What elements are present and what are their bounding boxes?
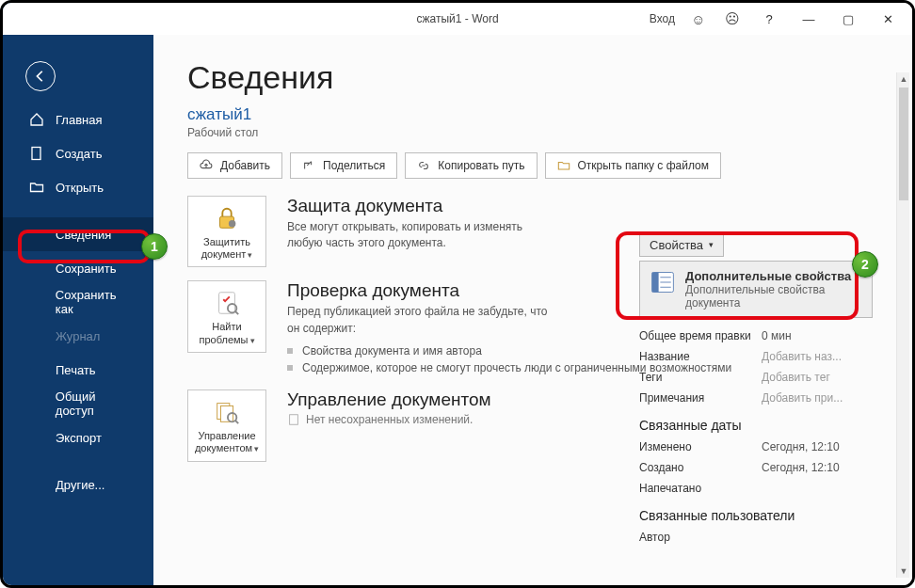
advanced-properties-sub: Дополнительные свойства документа — [685, 283, 862, 310]
close-button[interactable]: ✕ — [869, 5, 907, 33]
advanced-properties-item[interactable]: Дополнительные свойства Дополнительные с… — [639, 261, 873, 318]
backstage-sidebar: Главная Создать Открыть Сведения Сохрани… — [3, 3, 153, 585]
sidebar-item-history: Журнал — [3, 319, 153, 353]
chevron-down-icon: ▾ — [248, 250, 252, 260]
sidebar-item-label: Главная — [56, 113, 102, 127]
sidebar-item-label: Общий доступ — [56, 389, 136, 418]
button-label: Защитить документ — [201, 236, 250, 260]
annotation-badge-2: 2 — [852, 251, 878, 278]
svg-point-2 — [229, 220, 236, 228]
sidebar-item-home[interactable]: Главная — [3, 103, 153, 136]
prop-row[interactable]: ТегиДобавить тег — [639, 367, 873, 388]
maximize-button[interactable]: ▢ — [829, 5, 867, 33]
properties-panel: Свойства ▾ Дополнительные свойства Допол… — [639, 232, 873, 548]
new-icon — [29, 146, 44, 161]
sidebar-item-label: Журнал — [56, 329, 100, 343]
button-label: Открыть папку с файлом — [578, 159, 710, 172]
document-location: Рабочий стол — [187, 126, 912, 139]
sidebar-item-info[interactable]: Сведения — [3, 217, 153, 251]
scroll-thumb[interactable] — [899, 87, 908, 200]
chevron-down-icon: ▾ — [254, 444, 259, 453]
sidebar-item-label: Открыть — [56, 181, 104, 195]
open-folder-button[interactable]: Открыть папку с файлом — [545, 152, 722, 179]
sidebar-item-print[interactable]: Печать — [3, 353, 153, 387]
sidebar-item-label: Сохранить — [56, 262, 117, 276]
manage-document-button[interactable]: Управление документом▾ — [187, 389, 266, 461]
home-icon — [29, 112, 44, 127]
back-button[interactable] — [25, 61, 56, 91]
link-icon — [417, 159, 430, 172]
prop-row: Автор — [639, 527, 873, 548]
sidebar-item-save[interactable]: Сохранить — [3, 251, 153, 285]
scroll-up-icon[interactable]: ▲ — [897, 72, 910, 86]
sidebar-item-share[interactable]: Общий доступ — [3, 387, 153, 421]
inspect-icon — [213, 289, 241, 317]
prop-row: ИзмененоСегодня, 12:10 — [639, 437, 873, 457]
document-manage-icon — [213, 398, 241, 426]
sidebar-item-label: Другие... — [56, 478, 104, 492]
sidebar-item-label: Сохранить как — [56, 288, 136, 316]
sidebar-item-label: Экспорт — [56, 431, 102, 445]
button-label: Управление документом — [195, 430, 256, 453]
bullet-icon — [287, 348, 293, 354]
svg-rect-3 — [219, 293, 235, 314]
prop-row: СозданоСегодня, 12:10 — [639, 457, 873, 478]
button-label: Найти проблемы — [199, 321, 248, 344]
upload-button[interactable]: Добавить — [187, 152, 282, 179]
chevron-down-icon: ▾ — [709, 240, 714, 249]
smile-icon[interactable]: ☺ — [682, 5, 714, 33]
manage-title: Управление документом — [287, 389, 491, 410]
frown-icon[interactable]: ☹ — [716, 5, 748, 33]
chevron-down-icon: ▾ — [250, 336, 255, 345]
advanced-properties-title: Дополнительные свойства — [685, 269, 862, 283]
properties-list-icon — [650, 269, 676, 295]
scroll-down-icon[interactable]: ▼ — [897, 564, 910, 578]
share-button[interactable]: Поделиться — [290, 152, 397, 179]
svg-rect-0 — [32, 148, 40, 160]
sidebar-item-new[interactable]: Создать — [3, 136, 153, 170]
lock-icon — [213, 204, 241, 232]
sidebar-item-more[interactable]: Другие... — [3, 468, 153, 501]
sidebar-item-label: Печать — [56, 363, 96, 377]
copy-path-button[interactable]: Копировать путь — [405, 152, 537, 179]
related-dates-heading: Связанные даты — [639, 418, 873, 433]
document-name: сжатый1 — [187, 105, 912, 124]
main-panel: Сведения сжатый1 Рабочий стол Добавить П… — [153, 35, 912, 585]
window-title: сжатый1 - Word — [416, 12, 498, 25]
inspect-body: Перед публикацией этого файла не забудьт… — [287, 304, 560, 337]
properties-button[interactable]: Свойства ▾ — [639, 232, 724, 257]
prop-row[interactable]: ПримечанияДобавить при... — [639, 388, 873, 408]
bullet-text: Свойства документа и имя автора — [302, 342, 482, 359]
sidebar-item-open[interactable]: Открыть — [3, 170, 153, 204]
titlebar: сжатый1 - Word Вход ☺ ☹ ? — ▢ ✕ — [3, 3, 912, 35]
bullet-icon — [287, 365, 293, 371]
svg-rect-10 — [652, 273, 659, 293]
protect-title: Защита документа — [287, 196, 560, 216]
prop-row[interactable]: НазваниеДобавить наз... — [639, 346, 873, 367]
sidebar-item-label: Сведения — [56, 228, 111, 242]
svg-rect-8 — [290, 415, 298, 425]
button-label: Добавить — [220, 159, 270, 172]
folder-icon — [557, 159, 570, 172]
minimize-button[interactable]: — — [790, 5, 827, 33]
page-title: Сведения — [187, 59, 912, 96]
button-label: Свойства — [650, 238, 703, 252]
info-toolbar: Добавить Поделиться Копировать путь Откр… — [187, 152, 912, 179]
folder-open-icon — [29, 180, 44, 195]
button-label: Поделиться — [323, 159, 385, 172]
prop-row: Общее время правки0 мин — [639, 326, 873, 346]
vertical-scrollbar[interactable]: ▲ ▼ — [896, 72, 909, 578]
sidebar-item-label: Создать — [56, 147, 102, 161]
check-issues-button[interactable]: Найти проблемы▾ — [187, 280, 266, 352]
share-icon — [302, 159, 315, 172]
protect-document-button[interactable]: Защитить документ▾ — [187, 196, 266, 267]
sidebar-item-export[interactable]: Экспорт — [3, 421, 153, 454]
protect-body: Все могут открывать, копировать и изменя… — [287, 219, 560, 252]
prop-row: Напечатано — [639, 478, 873, 499]
cloud-up-icon — [200, 159, 213, 172]
manage-body: Нет несохраненных изменений. — [287, 413, 473, 426]
sidebar-item-saveas[interactable]: Сохранить как — [3, 285, 153, 319]
help-button[interactable]: ? — [750, 5, 788, 33]
login-label[interactable]: Вход — [650, 12, 675, 25]
related-users-heading: Связанные пользователи — [639, 508, 873, 523]
